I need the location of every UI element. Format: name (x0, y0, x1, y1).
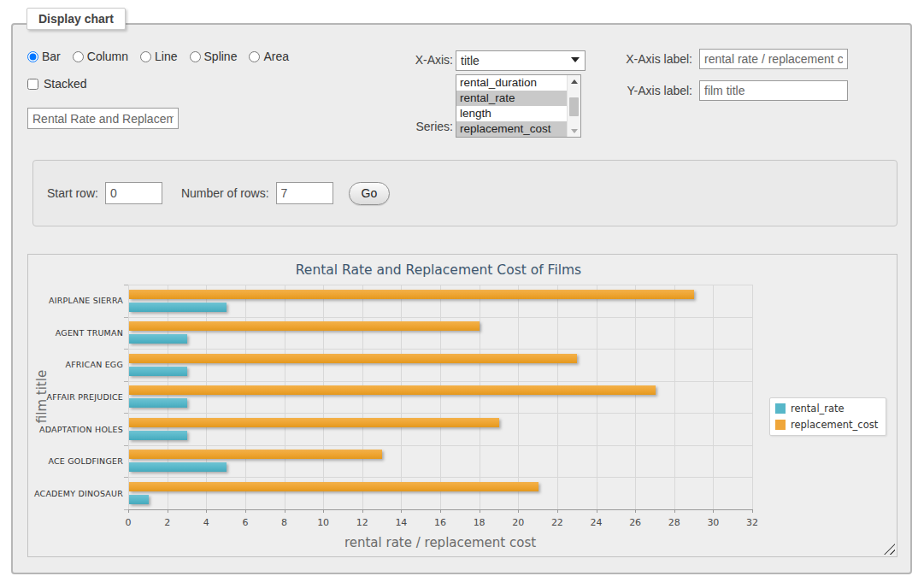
chart-title: Rental Rate and Replacement Cost of Film… (28, 262, 849, 278)
bar-rental_rate[interactable] (129, 462, 227, 472)
gridline-vertical (713, 285, 714, 509)
gridline-vertical (285, 285, 285, 509)
gridline-vertical (128, 285, 129, 509)
chart-type-label: Bar (42, 50, 61, 63)
gridline-vertical (245, 285, 246, 509)
y-axis-title: film title (34, 362, 50, 431)
x-tick-label: 16 (423, 517, 457, 528)
series-option-length[interactable]: length (456, 106, 567, 121)
x-axis-label-caption: X-Axis label: (621, 52, 692, 66)
chart-type-label: Spline (204, 50, 238, 63)
bar-rental_rate[interactable] (129, 495, 149, 504)
resize-grip-icon[interactable] (884, 544, 895, 555)
bar-replacement_cost[interactable] (129, 418, 499, 427)
y-axis-label-row: Y-Axis label: (621, 80, 848, 101)
triangle-down-icon (571, 129, 578, 133)
display-chart-fieldset: Display chart BarColumnLineSplineArea St… (11, 23, 912, 574)
start-row-input[interactable] (105, 182, 162, 204)
bar-replacement_cost[interactable] (129, 354, 577, 363)
series-caption: Series: (380, 120, 453, 133)
x-tick-label: 20 (501, 517, 535, 528)
y-axis-label-caption: Y-Axis label: (621, 84, 692, 97)
bar-rental_rate[interactable] (129, 303, 227, 312)
x-axis-label-input[interactable] (699, 49, 848, 69)
series-option-replacement_cost[interactable]: replacement_cost (456, 121, 567, 137)
stacked-checkbox[interactable] (27, 79, 38, 90)
scroll-down-button[interactable] (568, 125, 580, 137)
x-tick-label: 10 (306, 517, 340, 528)
chart-legend: rental_ratereplacement_cost (769, 397, 886, 436)
x-axis-select[interactable]: title (456, 50, 586, 71)
gridline-vertical (674, 285, 675, 509)
legend-swatch-rental_rate (775, 403, 786, 414)
chart-type-option-area: Area (249, 50, 289, 63)
x-tick-label: 18 (462, 517, 497, 528)
triangle-up-icon (571, 79, 578, 84)
series-option-rental_rate[interactable]: rental_rate (456, 91, 567, 106)
gridline-vertical (362, 285, 363, 509)
bar-replacement_cost[interactable] (129, 482, 539, 491)
x-tick-label: 22 (540, 517, 574, 528)
chart-type-label: Line (155, 50, 177, 63)
x-tick-label: 12 (345, 517, 380, 528)
series-option-rental_duration[interactable]: rental_duration (456, 75, 567, 91)
gridline-vertical (480, 285, 480, 509)
go-button[interactable]: Go (349, 182, 391, 205)
gridline-vertical (635, 285, 636, 509)
x-tick-label: 0 (111, 517, 145, 528)
y-axis-label-input[interactable] (699, 80, 848, 101)
gridline-vertical (518, 285, 519, 509)
scrollbar-thumb[interactable] (569, 97, 579, 116)
legend-item-replacement_cost[interactable]: replacement_cost (775, 419, 878, 431)
bar-replacement_cost[interactable] (129, 321, 480, 331)
stacked-label: Stacked (44, 77, 87, 91)
category-label: AIRPLANE SIERRA (28, 285, 123, 317)
series-listbox: rental_durationrental_ratelengthreplacem… (456, 74, 581, 138)
scrollbar-track[interactable] (568, 87, 580, 125)
chart-type-radio-area[interactable] (249, 51, 260, 62)
x-axis-title: rental rate / replacement cost (128, 535, 752, 550)
x-tick-label: 32 (735, 517, 769, 528)
gridline-vertical (401, 285, 402, 509)
bar-rental_rate[interactable] (129, 367, 187, 376)
gridline-vertical (557, 285, 558, 509)
bar-replacement_cost[interactable] (129, 290, 694, 299)
gridline-vertical (597, 285, 597, 509)
x-axis-label-row: X-Axis label: (621, 49, 848, 69)
legend-swatch-replacement_cost (775, 420, 786, 430)
x-tick-label: 24 (580, 517, 614, 528)
legend-item-rental_rate[interactable]: rental_rate (775, 403, 878, 414)
chart-type-radio-line[interactable] (140, 51, 151, 62)
num-rows-caption: Number of rows: (181, 186, 269, 200)
category-label: ACE GOLDFINGER (28, 445, 123, 478)
chart-type-radio-group: BarColumnLineSplineArea (27, 50, 289, 63)
bar-rental_rate[interactable] (129, 334, 187, 344)
category-label: ACADEMY DINOSAUR (28, 477, 123, 509)
x-tick-label: 14 (384, 517, 418, 528)
gridline-vertical (440, 285, 441, 509)
x-tick-label: 2 (150, 517, 185, 528)
chart-type-radio-bar[interactable] (27, 51, 38, 62)
chart-title-input[interactable] (27, 108, 179, 129)
chart-type-radio-spline[interactable] (190, 51, 201, 62)
legend-label: replacement_cost (791, 419, 878, 431)
x-axis-line (128, 509, 753, 510)
scroll-up-button[interactable] (568, 75, 580, 87)
x-tick-label: 28 (657, 517, 692, 528)
stacked-row: Stacked (27, 77, 87, 91)
bar-replacement_cost[interactable] (129, 385, 656, 395)
gridline-vertical (206, 285, 207, 509)
gridline-vertical (168, 285, 168, 509)
num-rows-input[interactable] (276, 182, 333, 204)
start-row-caption: Start row: (47, 186, 98, 200)
x-tick-label: 26 (618, 517, 652, 528)
legend-label: rental_rate (791, 403, 845, 414)
x-axis-select-wrap: title (456, 50, 586, 71)
bar-replacement_cost[interactable] (129, 450, 382, 459)
bar-rental_rate[interactable] (129, 398, 187, 408)
category-label: AGENT TRUMAN (28, 317, 123, 350)
x-tick-label: 6 (228, 517, 262, 528)
bar-rental_rate[interactable] (129, 431, 187, 440)
chart-type-radio-column[interactable] (73, 51, 84, 62)
x-axis-caption: X-Axis: (380, 53, 453, 67)
